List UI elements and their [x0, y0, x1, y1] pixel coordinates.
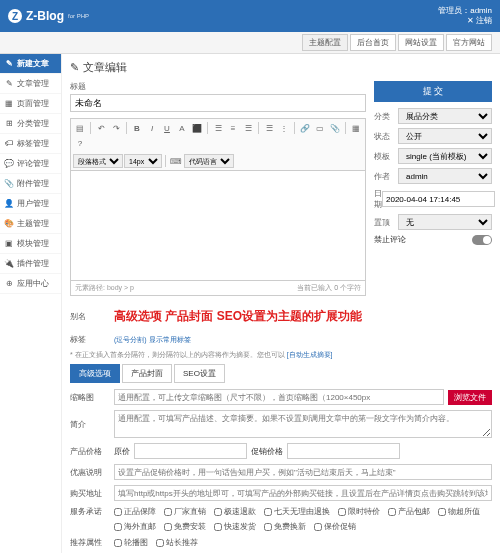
underline-btn[interactable]: U — [160, 121, 174, 135]
sidebar-item-2[interactable]: ▦页面管理 — [0, 94, 61, 114]
edit-icon: ✎ — [70, 61, 79, 74]
source-btn[interactable]: ▤ — [73, 121, 87, 135]
format-select[interactable]: 段落格式 — [73, 154, 123, 168]
rec-checkbox[interactable]: 轮播图 — [114, 537, 148, 548]
service-checkbox[interactable]: 海外直邮 — [114, 521, 156, 532]
align-left-btn[interactable]: ☰ — [211, 121, 225, 135]
tab-advanced[interactable]: 高级选项 — [70, 364, 120, 383]
topnav-official[interactable]: 官方网站 — [446, 34, 492, 51]
banner-text: 高级选项 产品封面 SEO设置为主题的扩展功能 — [114, 304, 492, 329]
image-btn[interactable]: ▭ — [313, 121, 327, 135]
comment-toggle[interactable] — [472, 235, 492, 245]
title-input[interactable] — [70, 94, 366, 112]
service-checkbox[interactable]: 保价促销 — [314, 521, 356, 532]
date-input[interactable] — [382, 191, 495, 207]
sidebar-icon: 💬 — [4, 159, 14, 168]
service-checkbox[interactable]: 七天无理由退换 — [264, 506, 330, 517]
color-btn[interactable]: ⬛ — [190, 121, 204, 135]
alias-label: 别名 — [70, 311, 110, 322]
tab-cover[interactable]: 产品封面 — [122, 364, 172, 383]
submit-button[interactable]: 提 交 — [374, 81, 492, 102]
redo-btn[interactable]: ↷ — [109, 121, 123, 135]
service-checkbox[interactable]: 限时特价 — [338, 506, 380, 517]
logo-icon: Z — [8, 9, 22, 23]
topnav-theme[interactable]: 主题配置 — [302, 34, 348, 51]
sidebar-item-6[interactable]: 📎附件管理 — [0, 174, 61, 194]
sidebar-label: 文章管理 — [17, 78, 49, 89]
sidebar-icon: 🏷 — [4, 139, 14, 148]
sidebar-label: 插件管理 — [17, 258, 49, 269]
intro-input[interactable] — [114, 410, 492, 438]
align-center-btn[interactable]: ≡ — [226, 121, 240, 135]
sidebar-item-7[interactable]: 👤用户管理 — [0, 194, 61, 214]
logout-link[interactable]: ✕ 注销 — [438, 16, 492, 26]
editor-body[interactable] — [70, 171, 366, 281]
tab-seo[interactable]: SEO设置 — [174, 364, 225, 383]
attach-btn[interactable]: 📎 — [328, 121, 342, 135]
service-checkbox[interactable]: 厂家直销 — [164, 506, 206, 517]
align-right-btn[interactable]: ☰ — [241, 121, 255, 135]
buy-input[interactable] — [114, 485, 492, 501]
service-checkbox[interactable]: 正品保障 — [114, 506, 156, 517]
code-btn[interactable]: ⌨ — [169, 154, 183, 168]
sidebar-label: 主题管理 — [17, 218, 49, 229]
price1-input[interactable] — [134, 443, 247, 459]
sidebar-label: 附件管理 — [17, 178, 49, 189]
thumb-label: 缩略图 — [70, 392, 110, 403]
buy-label: 购买地址 — [70, 488, 110, 499]
service-checkbox[interactable]: 快速发货 — [214, 521, 256, 532]
thumb-input[interactable] — [114, 389, 444, 405]
list-btn[interactable]: ☰ — [262, 121, 276, 135]
undo-btn[interactable]: ↶ — [94, 121, 108, 135]
status-select[interactable]: 公开 — [398, 128, 492, 144]
price2-input[interactable] — [287, 443, 400, 459]
italic-btn[interactable]: I — [145, 121, 159, 135]
comment-label: 禁止评论 — [374, 234, 406, 245]
rec-label: 推荐属性 — [70, 537, 110, 548]
auto-summary-link[interactable]: [自动生成摘要] — [287, 351, 333, 358]
sidebar-label: 评论管理 — [17, 158, 49, 169]
intro-label: 简介 — [70, 419, 110, 430]
title-label: 标题 — [70, 81, 366, 92]
codelang-select[interactable]: 代码语言 — [184, 154, 234, 168]
sidebar-icon: ⊕ — [4, 279, 14, 288]
topnav-settings[interactable]: 网站设置 — [398, 34, 444, 51]
sidebar-item-8[interactable]: 🎨主题管理 — [0, 214, 61, 234]
link-btn[interactable]: 🔗 — [298, 121, 312, 135]
service-checkbox[interactable]: 产品包邮 — [388, 506, 430, 517]
fontsize-select[interactable]: 14px — [124, 154, 162, 168]
sidebar-item-0[interactable]: ✎新建文章 — [0, 54, 61, 74]
banner-note: (逗号分割) 显示常用标签 — [114, 335, 191, 345]
sidebar-item-4[interactable]: 🏷标签管理 — [0, 134, 61, 154]
topnav-admin[interactable]: 后台首页 — [350, 34, 396, 51]
template-select[interactable]: single (当前模板) — [398, 148, 492, 164]
sidebar-item-5[interactable]: 💬评论管理 — [0, 154, 61, 174]
category-select[interactable]: 展品分类 — [398, 108, 492, 124]
olist-btn[interactable]: ⋮ — [277, 121, 291, 135]
browse-button[interactable]: 浏览文件 — [448, 390, 492, 405]
sidebar-item-11[interactable]: ⊕应用中心 — [0, 274, 61, 294]
service-checkbox[interactable]: 极速退款 — [214, 506, 256, 517]
bold-btn[interactable]: B — [130, 121, 144, 135]
sidebar-item-10[interactable]: 🔌插件管理 — [0, 254, 61, 274]
service-checkbox[interactable]: 免费安装 — [164, 521, 206, 532]
service-label: 服务承诺 — [70, 506, 110, 517]
font-btn[interactable]: A — [175, 121, 189, 135]
logo: Z Z-Blog for PHP — [8, 9, 89, 23]
table-btn[interactable]: ▦ — [349, 121, 363, 135]
sidebar-item-9[interactable]: ▣模块管理 — [0, 234, 61, 254]
sidebar-label: 应用中心 — [17, 278, 49, 289]
sidebar-item-1[interactable]: ✎文章管理 — [0, 74, 61, 94]
top-nav: 主题配置 后台首页 网站设置 官方网站 — [0, 32, 500, 54]
pin-select[interactable]: 无 — [398, 214, 492, 230]
service-checkbox[interactable]: 物超所值 — [438, 506, 480, 517]
service-checkbox[interactable]: 免费换新 — [264, 521, 306, 532]
editor-toolbar: ▤ ↶ ↷ B I U A ⬛ ☰ ≡ ☰ ☰ ⋮ — [70, 118, 366, 171]
sidebar: ✎新建文章✎文章管理▦页面管理⊞分类管理🏷标签管理💬评论管理📎附件管理👤用户管理… — [0, 54, 62, 553]
rec-checkbox[interactable]: 站长推荐 — [156, 537, 198, 548]
sidebar-item-3[interactable]: ⊞分类管理 — [0, 114, 61, 134]
author-select[interactable]: admin — [398, 168, 492, 184]
promo-input[interactable] — [114, 464, 492, 480]
sidebar-icon: ▦ — [4, 99, 14, 108]
more-btn[interactable]: ? — [73, 136, 87, 150]
